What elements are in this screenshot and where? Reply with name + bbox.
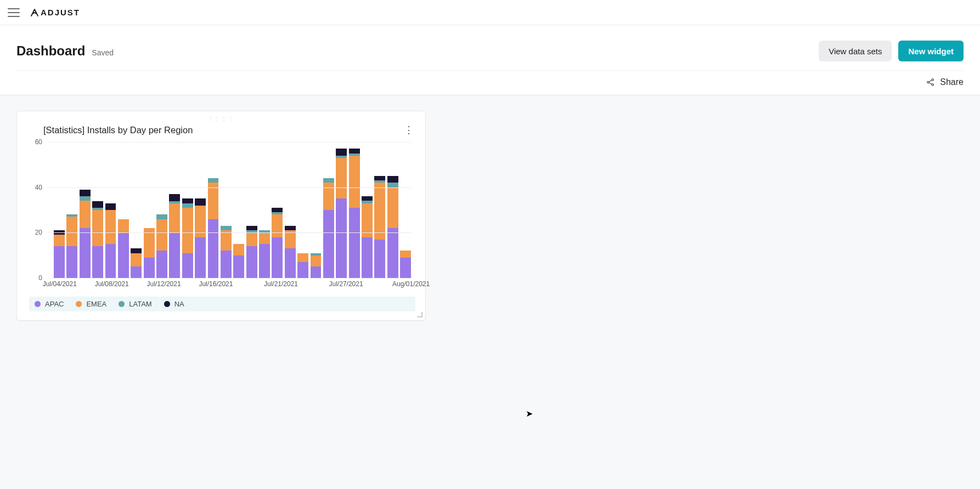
bar-column[interactable] — [195, 198, 206, 278]
legend-apac[interactable]: APAC — [35, 300, 64, 308]
bar-segment-apac — [144, 258, 155, 278]
bar-segment-na — [362, 196, 373, 201]
share-button[interactable]: Share — [926, 77, 964, 87]
bars-container — [54, 142, 411, 278]
bar-column[interactable] — [387, 176, 398, 278]
bar-segment-emea — [311, 255, 322, 267]
save-status: Saved — [92, 48, 114, 57]
x-axis: Jul/04/2021Jul/08/2021Jul/12/2021Jul/16/… — [47, 278, 411, 289]
bar-segment-na — [272, 208, 283, 212]
bar-segment-latam — [80, 196, 91, 201]
bar-segment-na — [92, 201, 103, 208]
adjust-glyph-icon — [30, 8, 40, 18]
bar-column[interactable] — [144, 228, 155, 278]
bar-column[interactable] — [169, 194, 180, 278]
bar-column[interactable] — [374, 176, 385, 278]
bar-segment-na — [336, 149, 347, 155]
bar-segment-latam — [221, 226, 232, 230]
bar-column[interactable] — [182, 198, 193, 278]
bar-segment-apac — [66, 246, 77, 278]
bar-column[interactable] — [349, 149, 360, 278]
bar-segment-apac — [246, 246, 257, 278]
bar-column[interactable] — [221, 226, 232, 278]
bar-segment-apac — [105, 244, 116, 278]
bar-column[interactable] — [233, 244, 244, 278]
brand-text: ADJUST — [41, 8, 80, 17]
bar-segment-apac — [272, 237, 283, 278]
bar-column[interactable] — [80, 190, 91, 278]
hamburger-menu-icon[interactable] — [8, 8, 20, 17]
x-tick-label: Aug/01/2021 — [392, 280, 430, 288]
page-header: Dashboard Saved View data sets New widge… — [0, 25, 980, 95]
legend: APAC EMEA LATAM NA — [29, 297, 415, 311]
bar-column[interactable] — [66, 214, 77, 278]
x-tick-label: Jul/21/2021 — [264, 280, 298, 288]
bar-column[interactable] — [131, 248, 142, 278]
y-tick-label: 60 — [35, 138, 42, 146]
bar-segment-emea — [80, 201, 91, 228]
bar-segment-apac — [323, 210, 334, 278]
share-icon — [926, 77, 936, 87]
bar-segment-apac — [221, 251, 232, 278]
svg-point-2 — [932, 84, 933, 86]
bar-column[interactable] — [208, 178, 219, 278]
bar-segment-emea — [169, 203, 180, 233]
share-label: Share — [940, 77, 964, 87]
bar-segment-emea — [387, 187, 398, 228]
y-tick-label: 0 — [38, 274, 42, 282]
bar-segment-na — [169, 194, 180, 201]
bar-segment-apac — [297, 262, 308, 278]
bar-column[interactable] — [336, 149, 347, 278]
page-title: Dashboard — [16, 43, 85, 59]
bar-column[interactable] — [311, 253, 322, 278]
bar-segment-apac — [362, 237, 373, 278]
widget-title: [Statistics] Installs by Day per Region — [43, 125, 193, 135]
view-data-sets-button[interactable]: View data sets — [819, 41, 892, 61]
gridline — [47, 232, 411, 233]
bar-segment-apac — [208, 219, 219, 278]
legend-emea[interactable]: EMEA — [76, 300, 106, 308]
bar-column[interactable] — [105, 203, 116, 278]
svg-point-1 — [932, 79, 933, 81]
bar-segment-emea — [374, 183, 385, 239]
plot-area — [47, 142, 411, 278]
bar-column[interactable] — [323, 178, 334, 278]
bar-column[interactable] — [285, 226, 296, 278]
bar-column[interactable] — [297, 253, 308, 278]
brand-logo[interactable]: ADJUST — [30, 8, 80, 18]
y-tick-label: 20 — [35, 229, 42, 236]
bar-column[interactable] — [400, 251, 411, 278]
bar-column[interactable] — [92, 201, 103, 278]
bar-segment-na — [105, 203, 116, 210]
x-tick-label: Jul/08/2021 — [95, 280, 129, 288]
bar-segment-apac — [233, 255, 244, 278]
bar-segment-latam — [208, 178, 219, 183]
drag-handle-icon[interactable]: ⋮⋮⋮⋮ — [208, 116, 234, 122]
bar-segment-emea — [54, 235, 65, 246]
bar-column[interactable] — [259, 230, 270, 278]
bar-segment-na — [374, 176, 385, 180]
bar-segment-emea — [362, 203, 373, 237]
bar-segment-na — [349, 149, 360, 153]
bar-column[interactable] — [54, 230, 65, 278]
bar-segment-emea — [246, 232, 257, 246]
bar-segment-emea — [92, 210, 103, 246]
widget-installs-by-region: ⋮⋮⋮⋮ [Statistics] Installs by Day per Re… — [16, 111, 426, 321]
bar-column[interactable] — [362, 196, 373, 278]
legend-latam[interactable]: LATAM — [119, 300, 151, 308]
svg-point-0 — [927, 81, 929, 83]
bar-segment-apac — [54, 246, 65, 278]
new-widget-button[interactable]: New widget — [898, 41, 964, 61]
bar-segment-apac — [400, 258, 411, 278]
bar-segment-latam — [182, 203, 193, 208]
x-tick-label: Jul/12/2021 — [147, 280, 181, 288]
legend-na[interactable]: NA — [164, 300, 184, 308]
header-row-main: Dashboard Saved View data sets New widge… — [16, 41, 964, 71]
bar-column[interactable] — [246, 226, 257, 278]
bar-column[interactable] — [118, 219, 129, 278]
widget-menu-kebab-icon[interactable]: ⋮ — [402, 123, 415, 137]
bar-segment-apac — [336, 198, 347, 278]
bar-column[interactable] — [156, 214, 167, 278]
resize-handle-icon[interactable] — [416, 311, 424, 319]
bar-column[interactable] — [272, 208, 283, 278]
